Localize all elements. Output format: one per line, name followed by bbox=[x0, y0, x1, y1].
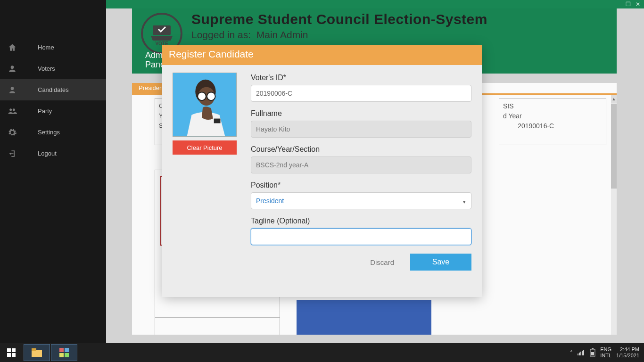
svg-rect-19 bbox=[65, 353, 69, 357]
gear-icon bbox=[8, 128, 17, 137]
sidebar-item-candidates[interactable]: Candidates bbox=[0, 79, 106, 100]
window-close-icon[interactable]: ✕ bbox=[636, 1, 640, 8]
svg-point-6 bbox=[198, 92, 206, 100]
window-restore-icon[interactable]: ❐ bbox=[626, 1, 631, 8]
sidebar-item-label: Party bbox=[38, 107, 52, 115]
voter-id-label: Voter's ID* bbox=[251, 74, 471, 82]
svg-rect-17 bbox=[65, 348, 69, 352]
svg-rect-10 bbox=[7, 348, 11, 352]
svg-rect-18 bbox=[59, 353, 64, 357]
logout-icon bbox=[8, 149, 17, 158]
fullname-input bbox=[251, 121, 471, 138]
sidebar-item-label: Candidates bbox=[38, 86, 69, 93]
tagline-label: Tagline (Optional) bbox=[251, 217, 471, 225]
clear-picture-button[interactable]: Clear Picture bbox=[173, 140, 237, 155]
tray-lang[interactable]: ENGINTL bbox=[600, 346, 611, 359]
taskbar: ˄ ENGINTL 2:44 PM1/15/2021 bbox=[0, 343, 644, 362]
candidate-icon bbox=[8, 85, 17, 95]
svg-rect-21 bbox=[579, 353, 580, 355]
svg-rect-24 bbox=[583, 350, 584, 355]
cys-label: Course/Year/Section bbox=[251, 145, 471, 154]
sidebar-item-label: Logout bbox=[38, 150, 57, 157]
svg-rect-9 bbox=[214, 119, 221, 123]
position-label: Position* bbox=[251, 181, 471, 189]
register-candidate-modal: Register Candidate Clea bbox=[162, 45, 482, 297]
sidebar-item-party[interactable]: Party bbox=[0, 100, 106, 122]
svg-rect-22 bbox=[580, 352, 581, 355]
wifi-icon[interactable] bbox=[578, 350, 585, 355]
svg-rect-23 bbox=[582, 351, 583, 355]
cys-input bbox=[251, 156, 471, 173]
svg-rect-15 bbox=[32, 348, 36, 351]
taskbar-app-current[interactable] bbox=[51, 344, 77, 361]
tagline-input[interactable] bbox=[251, 228, 471, 245]
save-button[interactable]: Save bbox=[410, 254, 471, 271]
start-button[interactable] bbox=[0, 343, 23, 362]
sidebar-item-label: Home bbox=[38, 44, 54, 51]
fullname-label: Fullname bbox=[251, 109, 471, 118]
modal-title: Register Candidate bbox=[162, 45, 482, 65]
tray-chevron-up-icon[interactable]: ˄ bbox=[570, 350, 573, 356]
sidebar-item-voters[interactable]: Voters bbox=[0, 58, 106, 79]
svg-rect-14 bbox=[32, 350, 42, 357]
battery-icon[interactable] bbox=[590, 348, 595, 357]
svg-rect-16 bbox=[59, 348, 64, 352]
sidebar-item-label: Settings bbox=[38, 129, 60, 136]
svg-rect-11 bbox=[12, 348, 16, 352]
svg-rect-20 bbox=[578, 354, 578, 355]
svg-rect-13 bbox=[12, 353, 16, 357]
svg-rect-27 bbox=[591, 352, 594, 355]
voter-id-input[interactable] bbox=[251, 85, 471, 102]
sidebar: Home Voters Candidates Party Settings Lo… bbox=[0, 0, 106, 343]
person-icon bbox=[8, 64, 17, 74]
svg-rect-26 bbox=[592, 348, 594, 349]
home-icon bbox=[8, 43, 17, 52]
taskbar-app-explorer[interactable] bbox=[24, 344, 50, 361]
sidebar-item-home[interactable]: Home bbox=[0, 37, 106, 58]
tray-clock[interactable]: 2:44 PM1/15/2021 bbox=[616, 346, 639, 359]
svg-point-7 bbox=[207, 92, 215, 100]
sidebar-item-label: Voters bbox=[38, 65, 55, 72]
window-titlebar: ❐ ✕ bbox=[106, 0, 644, 8]
sidebar-item-settings[interactable]: Settings bbox=[0, 122, 106, 143]
candidate-picture[interactable] bbox=[173, 73, 237, 137]
discard-button[interactable]: Discard bbox=[367, 254, 397, 271]
sidebar-item-logout[interactable]: Logout bbox=[0, 143, 106, 164]
svg-rect-12 bbox=[7, 353, 11, 357]
group-icon bbox=[8, 107, 17, 116]
system-tray: ˄ ENGINTL 2:44 PM1/15/2021 bbox=[570, 346, 644, 359]
position-select[interactable]: President bbox=[251, 192, 471, 209]
